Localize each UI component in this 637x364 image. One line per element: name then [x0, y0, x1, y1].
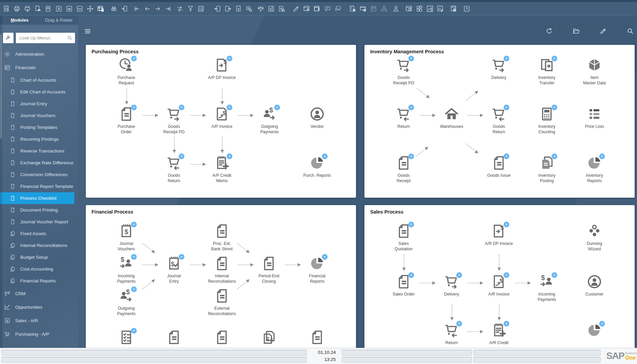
sidebar-item[interactable]: Financial Report Template: [0, 180, 78, 192]
node-options-badge[interactable]: ▾: [504, 56, 509, 61]
previous-record-icon[interactable]: [144, 5, 151, 12]
node-options-badge[interactable]: ▾: [552, 153, 557, 159]
form-settings-icon[interactable]: [303, 5, 310, 12]
launch-application-icon[interactable]: [86, 5, 94, 12]
export-pdf-icon[interactable]: [76, 5, 83, 12]
lock-screen-icon[interactable]: [97, 5, 104, 12]
refresh-record-icon[interactable]: [176, 5, 184, 12]
sidebar-item[interactable]: Process Checklist: [0, 192, 74, 204]
alerts-icon[interactable]: [349, 5, 356, 12]
comments-icon[interactable]: [334, 5, 342, 12]
sidebar-item[interactable]: Recurring Postings: [0, 133, 78, 145]
process-node[interactable]: ▾ GoodsReturn: [153, 155, 195, 184]
menu-hamburger-icon[interactable]: [84, 28, 92, 35]
node-options-badge[interactable]: ▾: [227, 56, 232, 61]
process-node[interactable]: ▾ OutgoingPayments: [248, 106, 291, 135]
process-node[interactable]: ▾: [248, 330, 290, 347]
process-node[interactable]: ▾: [573, 323, 616, 340]
node-options-badge[interactable]: ▾: [552, 56, 557, 61]
process-node[interactable]: ▾ Delivery: [430, 274, 473, 297]
node-options-badge[interactable]: ▾: [179, 153, 184, 159]
process-node[interactable]: ▾ Return: [430, 323, 473, 346]
process-node[interactable]: ▾ A/P Invoice: [201, 106, 243, 130]
sidebar-item[interactable]: Financial Reports: [0, 275, 78, 287]
find-form-icon[interactable]: [3, 5, 10, 12]
sidebar-item[interactable]: Exchange Rate Difference: [0, 157, 78, 169]
gross-profit-icon[interactable]: [245, 5, 253, 12]
sidebar-item[interactable]: Edit Chart of Accounts: [0, 86, 78, 98]
widgets-icon[interactable]: [416, 5, 423, 12]
sidebar-item[interactable]: Cost Accounting: [0, 263, 78, 275]
process-node[interactable]: ▾ Proc. Ext.Bank Stmnt: [201, 223, 243, 252]
node-options-badge[interactable]: ▾: [322, 153, 328, 159]
node-options-badge[interactable]: ▾: [552, 105, 557, 110]
process-node[interactable]: ▾ InventoryCounting: [526, 106, 568, 135]
process-node[interactable]: ▾ IncomingPayments: [526, 274, 568, 302]
sidebar-item[interactable]: Opportunities: [0, 300, 78, 314]
node-options-badge[interactable]: ▾: [408, 105, 414, 110]
process-node[interactable]: ▾ SalesQuotation: [382, 223, 425, 252]
node-options-badge[interactable]: ▾: [504, 321, 509, 327]
process-node[interactable]: ▾ GoodsReturn: [478, 106, 520, 135]
process-node[interactable]: ▾ ExternalReconciliations: [201, 288, 243, 316]
sidebar-item[interactable]: CRM: [0, 287, 78, 300]
tab-drag-relate[interactable]: Drag & Relate: [39, 16, 78, 25]
process-node[interactable]: ▾ A/P CreditMemo: [201, 155, 243, 184]
refresh-icon[interactable]: [545, 27, 553, 35]
process-node[interactable]: ▾ InventoryPosting: [526, 155, 568, 184]
process-node[interactable]: ▾ IncomingPayments: [105, 256, 148, 284]
sidebar-item[interactable]: Administration: [0, 47, 78, 61]
process-node[interactable]: ▾ Purch. Reports: [296, 155, 338, 178]
find-icon[interactable]: [110, 5, 118, 12]
customize-menu-button[interactable]: [3, 33, 14, 43]
node-options-badge[interactable]: ▾: [408, 56, 414, 61]
base-document-icon[interactable]: [214, 5, 221, 12]
node-options-badge[interactable]: ▾: [408, 222, 414, 227]
export-word-icon[interactable]: [66, 5, 73, 12]
help-icon[interactable]: [463, 5, 470, 12]
sidebar-item[interactable]: Sales - A/R: [0, 314, 78, 327]
print-icon[interactable]: [13, 5, 21, 12]
calendar-icon[interactable]: [370, 5, 377, 12]
process-node[interactable]: ▾ GoodsReceipt: [382, 155, 425, 184]
sort-table-icon[interactable]: [197, 5, 205, 12]
dashboard-icon[interactable]: [405, 5, 413, 12]
sidebar-scrollbar[interactable]: [0, 16, 2, 348]
sidebar-item[interactable]: Reverse Transactions: [0, 145, 78, 157]
node-options-badge[interactable]: ▾: [599, 153, 605, 159]
process-node[interactable]: ▾ Delivery: [478, 57, 520, 81]
process-node[interactable]: ▾ GoodsReceipt PO: [153, 106, 195, 135]
base-price-icon[interactable]: [267, 5, 275, 12]
node-options-badge[interactable]: ▾: [504, 153, 509, 159]
open-folder-icon[interactable]: [572, 27, 580, 35]
process-node[interactable]: ▾ OutgoingPayments: [105, 288, 148, 316]
node-options-badge[interactable]: ▾: [131, 222, 137, 227]
print-sequence-icon[interactable]: [24, 5, 31, 12]
add-record-icon[interactable]: [121, 5, 128, 12]
process-node[interactable]: ▾ Customer: [573, 274, 616, 297]
process-node[interactable]: ▾ DunningWizard: [573, 223, 616, 252]
first-record-icon[interactable]: [133, 5, 141, 12]
process-node[interactable]: ▾: [105, 330, 148, 347]
node-options-badge[interactable]: ▾: [131, 328, 137, 334]
node-options-badge[interactable]: ▾: [552, 272, 557, 278]
node-options-badge[interactable]: ▾: [227, 105, 232, 110]
node-options-badge[interactable]: ▾: [504, 272, 509, 278]
process-node[interactable]: ▾ A/R Invoice: [478, 274, 520, 297]
last-record-icon[interactable]: [164, 5, 172, 12]
sidebar-item[interactable]: Internal Reconciliations: [0, 240, 78, 251]
node-options-badge[interactable]: ▾: [131, 286, 137, 292]
process-node[interactable]: ▾: [296, 330, 338, 347]
tab-modules[interactable]: Modules: [0, 16, 39, 25]
sidebar-item[interactable]: Posting Templates: [0, 121, 78, 133]
print-preview-icon[interactable]: [45, 5, 52, 12]
process-node[interactable]: ▾ Price Lists: [573, 106, 616, 130]
sidebar-item[interactable]: Chart of Accounts: [0, 74, 78, 86]
process-node[interactable]: ▾ Vendor: [296, 106, 338, 130]
node-options-badge[interactable]: ▾: [504, 105, 509, 110]
settings-active-icon[interactable]: [313, 5, 321, 12]
sidebar-item[interactable]: Budget Setup: [0, 251, 78, 263]
sidebar-item[interactable]: Document Printing: [0, 204, 78, 216]
volume-weight-icon[interactable]: [257, 5, 264, 12]
next-record-icon[interactable]: [154, 5, 161, 12]
